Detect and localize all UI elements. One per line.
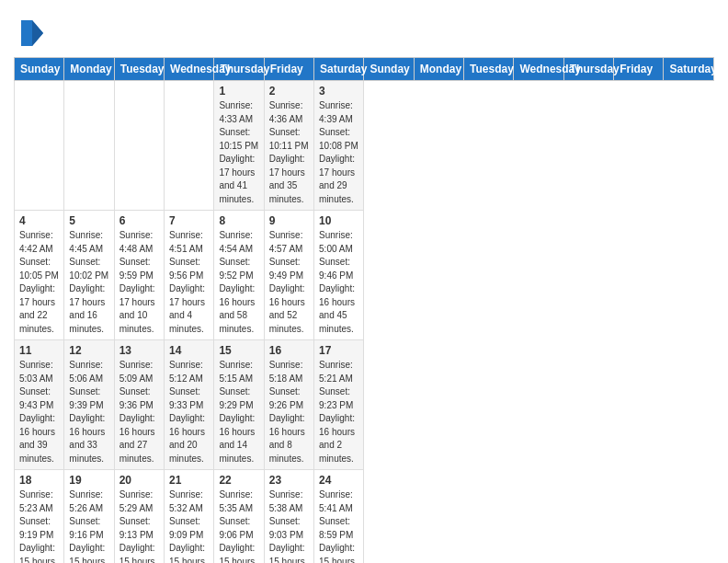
day-number: 1 — [219, 85, 258, 98]
day-info: Sunrise: 4:42 AM Sunset: 10:05 PM Daylig… — [19, 229, 59, 336]
day-header-tuesday: Tuesday — [464, 58, 514, 81]
day-number: 4 — [19, 214, 59, 227]
day-info: Sunrise: 4:54 AM Sunset: 9:52 PM Dayligh… — [219, 229, 258, 336]
calendar-cell: 24Sunrise: 5:41 AM Sunset: 8:59 PM Dayli… — [314, 470, 364, 564]
day-number: 18 — [19, 474, 59, 487]
calendar-cell: 20Sunrise: 5:29 AM Sunset: 9:13 PM Dayli… — [114, 470, 164, 564]
page-header — [14, 9, 714, 50]
logo — [14, 17, 51, 50]
day-info: Sunrise: 5:12 AM Sunset: 9:33 PM Dayligh… — [169, 359, 209, 465]
day-number: 15 — [219, 344, 258, 357]
day-number: 21 — [169, 474, 209, 487]
calendar-cell: 4Sunrise: 4:42 AM Sunset: 10:05 PM Dayli… — [15, 211, 64, 340]
day-header-saturday: Saturday — [314, 58, 364, 81]
day-info: Sunrise: 5:09 AM Sunset: 9:36 PM Dayligh… — [119, 359, 159, 465]
calendar-week-row: 1Sunrise: 4:33 AM Sunset: 10:15 PM Dayli… — [15, 81, 714, 211]
day-header-tuesday: Tuesday — [114, 58, 164, 81]
calendar-cell: 18Sunrise: 5:23 AM Sunset: 9:19 PM Dayli… — [15, 470, 64, 564]
day-header-friday: Friday — [614, 58, 664, 81]
calendar-cell: 8Sunrise: 4:54 AM Sunset: 9:52 PM Daylig… — [214, 211, 264, 340]
calendar-cell: 19Sunrise: 5:26 AM Sunset: 9:16 PM Dayli… — [64, 470, 114, 564]
calendar-week-row: 11Sunrise: 5:03 AM Sunset: 9:43 PM Dayli… — [15, 340, 714, 470]
day-info: Sunrise: 5:15 AM Sunset: 9:29 PM Dayligh… — [219, 359, 258, 465]
day-info: Sunrise: 4:33 AM Sunset: 10:15 PM Daylig… — [219, 99, 258, 206]
day-number: 20 — [119, 474, 159, 487]
calendar-cell: 3Sunrise: 4:39 AM Sunset: 10:08 PM Dayli… — [314, 81, 364, 211]
calendar-cell: 1Sunrise: 4:33 AM Sunset: 10:15 PM Dayli… — [214, 81, 264, 211]
calendar-cell: 11Sunrise: 5:03 AM Sunset: 9:43 PM Dayli… — [15, 340, 64, 470]
day-info: Sunrise: 4:48 AM Sunset: 9:59 PM Dayligh… — [119, 229, 159, 336]
calendar-cell: 2Sunrise: 4:36 AM Sunset: 10:11 PM Dayli… — [264, 81, 313, 211]
day-info: Sunrise: 5:41 AM Sunset: 8:59 PM Dayligh… — [319, 488, 358, 563]
day-info: Sunrise: 5:29 AM Sunset: 9:13 PM Dayligh… — [119, 488, 159, 563]
calendar-cell: 21Sunrise: 5:32 AM Sunset: 9:09 PM Dayli… — [165, 470, 214, 564]
calendar-cell: 22Sunrise: 5:35 AM Sunset: 9:06 PM Dayli… — [214, 470, 264, 564]
calendar-cell: 12Sunrise: 5:06 AM Sunset: 9:39 PM Dayli… — [64, 340, 114, 470]
day-number: 14 — [169, 344, 209, 357]
day-header-saturday: Saturday — [664, 58, 714, 81]
day-info: Sunrise: 5:06 AM Sunset: 9:39 PM Dayligh… — [69, 359, 108, 465]
day-number: 6 — [119, 214, 159, 227]
calendar-cell: 9Sunrise: 4:57 AM Sunset: 9:49 PM Daylig… — [264, 211, 313, 340]
day-header-sunday: Sunday — [15, 58, 64, 81]
calendar-header-row: SundayMondayTuesdayWednesdayThursdayFrid… — [15, 58, 714, 81]
calendar-cell: 15Sunrise: 5:15 AM Sunset: 9:29 PM Dayli… — [214, 340, 264, 470]
day-header-wednesday: Wednesday — [514, 58, 563, 81]
day-info: Sunrise: 5:32 AM Sunset: 9:09 PM Dayligh… — [169, 488, 209, 563]
calendar-cell: 5Sunrise: 4:45 AM Sunset: 10:02 PM Dayli… — [64, 211, 114, 340]
day-number: 16 — [269, 344, 309, 357]
day-info: Sunrise: 5:00 AM Sunset: 9:46 PM Dayligh… — [319, 229, 358, 336]
day-number: 9 — [269, 214, 309, 227]
day-number: 8 — [219, 214, 258, 227]
calendar-cell: 16Sunrise: 5:18 AM Sunset: 9:26 PM Dayli… — [264, 340, 313, 470]
calendar-cell: 10Sunrise: 5:00 AM Sunset: 9:46 PM Dayli… — [314, 211, 364, 340]
day-number: 10 — [319, 214, 358, 227]
day-info: Sunrise: 5:35 AM Sunset: 9:06 PM Dayligh… — [219, 488, 258, 563]
day-number: 13 — [119, 344, 159, 357]
day-header-wednesday: Wednesday — [165, 58, 214, 81]
calendar-table: SundayMondayTuesdayWednesdayThursdayFrid… — [14, 57, 714, 563]
day-info: Sunrise: 4:39 AM Sunset: 10:08 PM Daylig… — [319, 99, 358, 206]
calendar-cell: 14Sunrise: 5:12 AM Sunset: 9:33 PM Dayli… — [165, 340, 214, 470]
day-info: Sunrise: 4:36 AM Sunset: 10:11 PM Daylig… — [269, 99, 309, 206]
day-number: 11 — [19, 344, 59, 357]
calendar-cell — [64, 81, 114, 211]
day-info: Sunrise: 5:03 AM Sunset: 9:43 PM Dayligh… — [19, 359, 59, 465]
day-number: 12 — [69, 344, 108, 357]
day-header-thursday: Thursday — [563, 58, 613, 81]
calendar-week-row: 18Sunrise: 5:23 AM Sunset: 9:19 PM Dayli… — [15, 470, 714, 564]
day-number: 7 — [169, 214, 209, 227]
day-info: Sunrise: 5:38 AM Sunset: 9:03 PM Dayligh… — [269, 488, 309, 563]
day-number: 19 — [69, 474, 108, 487]
calendar-cell — [165, 81, 214, 211]
day-info: Sunrise: 5:21 AM Sunset: 9:23 PM Dayligh… — [319, 359, 358, 465]
calendar-cell: 23Sunrise: 5:38 AM Sunset: 9:03 PM Dayli… — [264, 470, 313, 564]
calendar-cell: 17Sunrise: 5:21 AM Sunset: 9:23 PM Dayli… — [314, 340, 364, 470]
calendar-cell — [15, 81, 64, 211]
svg-marker-1 — [32, 20, 43, 46]
calendar-cell: 6Sunrise: 4:48 AM Sunset: 9:59 PM Daylig… — [114, 211, 164, 340]
day-number: 23 — [269, 474, 309, 487]
logo-icon — [14, 17, 47, 50]
calendar-week-row: 4Sunrise: 4:42 AM Sunset: 10:05 PM Dayli… — [15, 211, 714, 340]
day-number: 3 — [319, 85, 358, 98]
day-number: 22 — [219, 474, 258, 487]
day-info: Sunrise: 4:57 AM Sunset: 9:49 PM Dayligh… — [269, 229, 309, 336]
calendar-cell: 7Sunrise: 4:51 AM Sunset: 9:56 PM Daylig… — [165, 211, 214, 340]
calendar-cell: 13Sunrise: 5:09 AM Sunset: 9:36 PM Dayli… — [114, 340, 164, 470]
day-info: Sunrise: 4:45 AM Sunset: 10:02 PM Daylig… — [69, 229, 108, 336]
day-info: Sunrise: 5:23 AM Sunset: 9:19 PM Dayligh… — [19, 488, 59, 563]
day-header-thursday: Thursday — [214, 58, 264, 81]
day-header-monday: Monday — [414, 58, 463, 81]
day-header-monday: Monday — [64, 58, 114, 81]
day-info: Sunrise: 5:26 AM Sunset: 9:16 PM Dayligh… — [69, 488, 108, 563]
day-number: 5 — [69, 214, 108, 227]
day-number: 24 — [319, 474, 358, 487]
day-number: 17 — [319, 344, 358, 357]
day-info: Sunrise: 4:51 AM Sunset: 9:56 PM Dayligh… — [169, 229, 209, 336]
day-number: 2 — [269, 85, 309, 98]
day-header-friday: Friday — [264, 58, 313, 81]
day-info: Sunrise: 5:18 AM Sunset: 9:26 PM Dayligh… — [269, 359, 309, 465]
day-header-sunday: Sunday — [364, 58, 414, 81]
calendar-cell — [114, 81, 164, 211]
